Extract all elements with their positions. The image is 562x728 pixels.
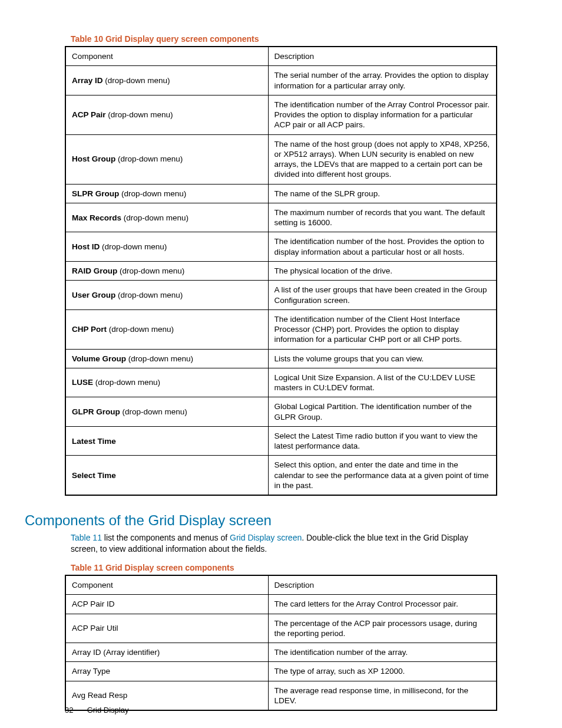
component-name: Array Type [65,662,268,681]
table-row: Array TypeThe type of array, such as XP … [65,662,497,681]
component-name: RAID Group [72,266,117,275]
component-desc: The name of the SLPR group. [268,184,497,203]
table11-header-component: Component [65,575,268,595]
table-row: LUSE (drop-down menu)Logical Unit Size E… [65,368,497,397]
component-desc: The identification number of the array. [268,643,497,662]
table-row: Volume Group (drop-down menu)Lists the v… [65,349,497,368]
table-row: GLPR Group (drop-down menu)Global Logica… [65,397,497,427]
component-note: (drop-down menu) [120,407,187,416]
component-desc: A list of the user groups that have been… [268,281,497,310]
table-row: Array ID (Array identifier)The identific… [65,643,497,662]
component-note: (drop-down menu) [126,354,193,363]
table-row: Host ID (drop-down menu)The identificati… [65,232,497,262]
section-heading: Components of the Grid Display screen [25,512,497,529]
component-desc: The serial number of the array. Provides… [268,66,497,95]
component-desc: The percentage of the ACP pair processor… [268,614,497,643]
table-row: ACP Pair IDThe card letters for the Arra… [65,595,497,614]
link-grid-display-screen[interactable]: Grid Display screen [230,533,302,542]
component-name: Volume Group [72,354,126,363]
page-footer: 32 Grid Display [65,706,128,714]
component-name: SLPR Group [72,189,119,198]
component-desc: The type of array, such as XP 12000. [268,662,497,681]
component-note: (drop-down menu) [107,325,174,334]
table10-header-component: Component [65,47,268,66]
component-name: ACP Pair [72,110,106,119]
component-note: (drop-down menu) [115,291,183,299]
table11-header-description: Description [268,575,497,595]
component-desc: The card letters for the Array Control P… [268,595,497,614]
component-note: (drop-down menu) [106,110,173,119]
component-desc: Lists the volume groups that you can vie… [268,349,497,368]
para-text: list the components and menus of [102,533,230,542]
table-row: Avg Read RespThe average read response t… [65,681,497,710]
component-desc: Select the Latest Time radio button if y… [268,426,497,456]
component-note: (drop-down menu) [93,378,160,387]
component-name: Array ID (Array identifier) [65,643,268,662]
component-desc: The identification number of the host. P… [268,232,497,262]
component-note: (drop-down menu) [100,242,167,251]
link-table11[interactable]: Table 11 [71,533,102,542]
table-row: Max Records (drop-down menu)The maximum … [65,203,497,232]
table-row: SLPR Group (drop-down menu)The name of t… [65,184,497,203]
table10-header-description: Description [268,47,497,66]
component-note: (drop-down menu) [103,76,170,85]
component-desc: The average read response time, in milli… [268,681,497,710]
table-row: Array ID (drop-down menu)The serial numb… [65,66,497,95]
component-name: Latest Time [72,437,116,446]
footer-title: Grid Display [87,706,129,714]
table10: Component Description Array ID (drop-dow… [65,46,497,496]
component-desc: The maximum number of records that you w… [268,203,497,232]
table11: Component Description ACP Pair IDThe car… [65,575,497,711]
component-desc: The identification number of the Array C… [268,95,497,134]
table-row: ACP Pair (drop-down menu)The identificat… [65,95,497,134]
component-note: (drop-down menu) [117,266,184,275]
component-name: ACP Pair ID [65,595,268,614]
component-name: Host ID [72,242,100,251]
component-name: GLPR Group [72,407,120,416]
component-note: (drop-down menu) [119,189,186,198]
component-name: Select Time [72,471,116,480]
component-name: User Group [72,291,115,299]
table-row: CHP Port (drop-down menu)The identificat… [65,309,497,349]
table-row: Latest TimeSelect the Latest Time radio … [65,426,497,456]
component-name: Host Group [72,154,115,163]
table-header-row: Component Description [65,575,497,595]
table10-caption: Table 10 Grid Display query screen compo… [71,34,497,44]
table-row: Select TimeSelect this option, and enter… [65,456,497,495]
page-number: 32 [65,706,85,714]
component-note: (drop-down menu) [115,154,183,163]
component-name: CHP Port [72,325,107,334]
section-paragraph: Table 11 list the components and menus o… [71,532,497,555]
table11-caption: Table 11 Grid Display screen components [71,563,497,572]
component-desc: The identification number of the Client … [268,309,497,349]
table-row: RAID Group (drop-down menu)The physical … [65,261,497,280]
table-header-row: Component Description [65,47,497,66]
component-desc: The physical location of the drive. [268,261,497,280]
component-name: ACP Pair Util [65,614,268,643]
component-note: (drop-down menu) [121,213,189,222]
component-desc: Logical Unit Size Expansion. A list of t… [268,368,497,397]
table-row: ACP Pair UtilThe percentage of the ACP p… [65,614,497,643]
component-desc: Global Logical Partition. The identifica… [268,397,497,427]
component-desc: Select this option, and enter the date a… [268,456,497,495]
component-name: Array ID [72,76,103,85]
component-name: Max Records [72,213,121,222]
table-row: User Group (drop-down menu)A list of the… [65,281,497,310]
table-row: Host Group (drop-down menu)The name of t… [65,134,497,184]
component-desc: The name of the host group (does not app… [268,134,497,184]
component-name: LUSE [72,378,93,387]
